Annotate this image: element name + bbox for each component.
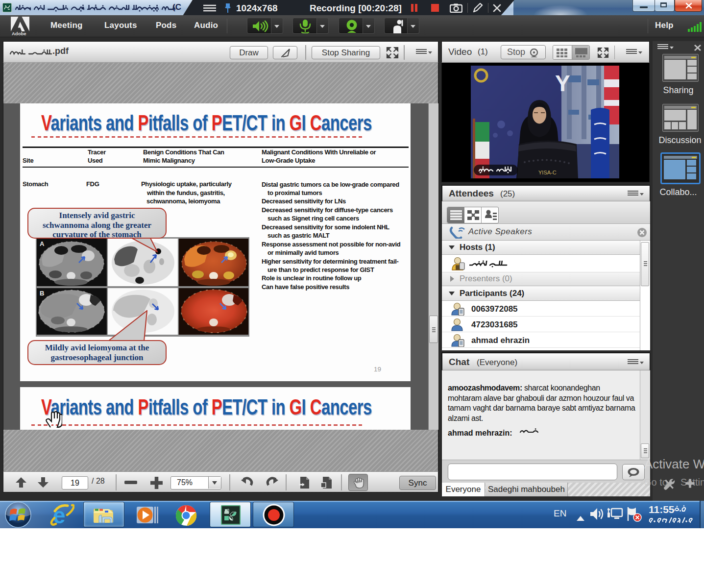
svg-text:Y: Y — [555, 71, 570, 96]
svg-text:YISA-C: YISA-C — [538, 170, 557, 175]
